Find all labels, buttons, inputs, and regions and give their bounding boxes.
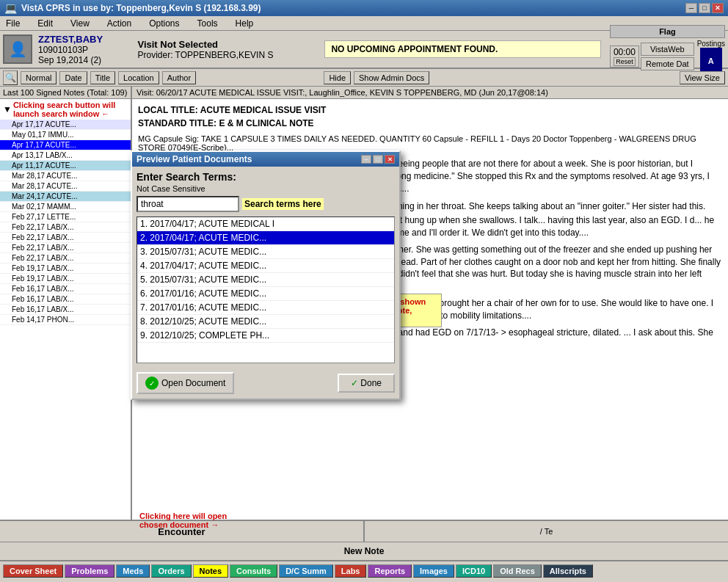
visteweb-button[interactable]: VistaWeb <box>641 43 694 56</box>
note-item[interactable]: Apr 17,17 ACUTE... <box>0 120 131 130</box>
note-standard-title: STANDARD TITLE: E & M CLINICAL NOTE <box>138 118 722 128</box>
note-local-title: LOCAL TITLE: ACUTE MEDICAL ISSUE VISIT <box>138 105 722 115</box>
result-item[interactable]: 8. 2012/10/25; ACUTE MEDIC... <box>137 315 394 329</box>
tab-dc-summ[interactable]: D/C Summ <box>279 564 333 578</box>
search-input[interactable] <box>136 196 239 212</box>
note-item[interactable]: Mar 28,17 ACUTE... <box>0 181 131 192</box>
encounter-label: Encounter <box>0 521 365 542</box>
note-item[interactable]: Feb 27,17 LETTE... <box>0 212 131 222</box>
patient-info: ZZTEST,BABY 109010103P Sep 19,2014 (2) <box>38 34 125 65</box>
result-item[interactable]: 6. 2017/01/16; ACUTE MEDIC... <box>137 287 394 301</box>
modal-title-bar: Preview Patient Documents ─ □ ✕ <box>132 152 399 167</box>
result-item[interactable]: 1. 2017/04/17; ACUTE MEDICAL I <box>137 217 394 231</box>
modal-close-button[interactable]: ✕ <box>385 155 395 164</box>
minimize-button[interactable]: ─ <box>685 3 697 13</box>
patient-header: 👤 ZZTEST,BABY 109010103P Sep 19,2014 (2)… <box>0 31 728 69</box>
open-document-button[interactable]: ✓ Open Document <box>136 372 234 394</box>
menu-options[interactable]: Options <box>146 17 182 30</box>
postings-label: Postings <box>697 40 725 48</box>
note-item[interactable]: Apr 11,17 ACUTE... <box>0 161 131 171</box>
tab-reports[interactable]: Reports <box>368 564 412 578</box>
note-item[interactable]: Feb 19,17 LAB/X... <box>0 274 131 284</box>
menu-action[interactable]: Action <box>104 17 134 30</box>
view-size-button[interactable]: View Size <box>680 71 725 84</box>
result-item[interactable]: 4. 2017/04/17; ACUTE MEDIC... <box>137 259 394 273</box>
patient-name: ZZTEST,BABY <box>38 34 125 45</box>
note-item[interactable]: Feb 22,17 LAB/X... <box>0 253 131 263</box>
tab-meds[interactable]: Meds <box>116 564 150 578</box>
maximize-button[interactable]: □ <box>699 3 710 13</box>
tab-consults[interactable]: Consults <box>230 564 277 578</box>
tab-bar: Cover Sheet Problems Meds Orders Notes C… <box>0 560 728 581</box>
tab-labs[interactable]: Labs <box>335 564 367 578</box>
annotation-search-launch: Clicking search button will launch searc… <box>13 101 128 118</box>
tab-cover-sheet[interactable]: Cover Sheet <box>3 564 63 578</box>
menu-view[interactable]: View <box>68 17 92 30</box>
note-item[interactable]: Feb 14,17 PHON... <box>0 315 131 325</box>
modal-maximize-button[interactable]: □ <box>373 155 383 164</box>
note-item[interactable]: Feb 19,17 LAB/X... <box>0 263 131 274</box>
modal-subtitle: Not Case Sensitive <box>136 184 395 193</box>
author-button[interactable]: Author <box>162 71 196 84</box>
visit-provider: Provider: TOPPENBERG,KEVIN S <box>137 50 313 60</box>
tab-problems[interactable]: Problems <box>65 564 114 578</box>
modal-body: Enter Search Terms: Not Case Sensitive S… <box>132 167 399 368</box>
note-item[interactable]: Mar 28,17 ACUTE... <box>0 171 131 181</box>
new-note-label[interactable]: New Note <box>344 546 385 556</box>
note-item[interactable]: Feb 16,17 LAB/X... <box>0 284 131 294</box>
menu-help[interactable]: Help <box>233 17 257 30</box>
normal-button[interactable]: Normal <box>21 71 57 84</box>
date-button[interactable]: Date <box>59 71 87 84</box>
note-item[interactable]: Mar 02,17 MAMM... <box>0 202 131 212</box>
location-button[interactable]: Location <box>118 71 159 84</box>
search-input-row: Search terms here <box>136 196 395 212</box>
tab-old-recs[interactable]: Old Recs <box>493 564 542 578</box>
te-label: / Te <box>365 521 728 542</box>
note-item[interactable]: Apr 13,17 LAB/X... <box>0 150 131 161</box>
close-button[interactable]: ✕ <box>712 3 724 13</box>
hide-button[interactable]: Hide <box>324 71 351 84</box>
menu-file[interactable]: File <box>3 17 23 30</box>
title-button[interactable]: Title <box>90 71 115 84</box>
reset-button[interactable]: Reset <box>614 57 636 66</box>
result-item[interactable]: 3. 2015/07/31; ACUTE MEDIC... <box>137 245 394 259</box>
notes-header: Last 100 Signed Notes (Total: 109) <box>0 87 131 99</box>
result-item[interactable]: 2. 2017/04/17; ACUTE MEDIC... <box>137 231 394 245</box>
menu-edit[interactable]: Edit <box>34 17 56 30</box>
note-item[interactable]: Feb 22,17 LAB/X... <box>0 222 131 233</box>
app-title: VistA CPRS in use by: Toppenberg,Kevin S… <box>21 3 261 13</box>
show-admin-button[interactable]: Show Admin Docs <box>354 71 429 84</box>
visit-info: Visit Not Selected Provider: TOPPENBERG,… <box>131 37 318 62</box>
modal-footer: ✓ Open Document ✓ Done <box>132 368 399 399</box>
search-modal: Preview Patient Documents ─ □ ✕ Enter Se… <box>131 150 401 400</box>
postings-box[interactable]: A <box>700 48 722 74</box>
note-item[interactable]: Mar 24,17 ACUTE... <box>0 192 131 202</box>
tab-notes[interactable]: Notes <box>193 564 229 578</box>
remote-data-button[interactable]: Remote Dat <box>641 57 694 70</box>
modal-minimize-button[interactable]: ─ <box>361 155 371 164</box>
note-item[interactable]: Feb 22,17 LAB/X... <box>0 243 131 253</box>
search-button[interactable]: 🔍 <box>3 70 18 85</box>
notes-tree[interactable]: ▼ Clicking search button will launch sea… <box>0 99 131 520</box>
note-item[interactable]: Apr 17,17 ACUTE... <box>0 140 131 150</box>
results-list[interactable]: 1. 2017/04/17; ACUTE MEDICAL I 2. 2017/0… <box>136 217 395 363</box>
tab-orders[interactable]: Orders <box>151 564 191 578</box>
header-controls: Flag 00:00 Reset VistaWeb Remote Dat Pos… <box>610 25 725 74</box>
done-button[interactable]: ✓ Done <box>338 374 395 393</box>
checkmark-icon: ✓ <box>145 377 159 390</box>
note-item[interactable]: Feb 16,17 LAB/X... <box>0 305 131 315</box>
tree-root-all-notes[interactable]: ▼ Clicking search button will launch sea… <box>0 99 131 120</box>
new-note-bar: New Note <box>0 542 728 560</box>
flag-button[interactable]: Flag <box>610 25 725 38</box>
tab-allscripts[interactable]: Allscripts <box>543 564 593 578</box>
tab-images[interactable]: Images <box>413 564 454 578</box>
result-item[interactable]: 5. 2015/07/31; ACUTE MEDIC... <box>137 273 394 287</box>
expand-icon: ▼ <box>3 104 12 114</box>
tab-icd10[interactable]: ICD10 <box>456 564 492 578</box>
note-item[interactable]: Feb 22,17 LAB/X... <box>0 233 131 243</box>
result-item[interactable]: 9. 2012/10/25; COMPLETE PH... <box>137 329 394 343</box>
menu-tools[interactable]: Tools <box>194 17 221 30</box>
result-item[interactable]: 7. 2017/01/16; ACUTE MEDIC... <box>137 301 394 315</box>
note-item[interactable]: May 01,17 IMMU... <box>0 130 131 140</box>
note-item[interactable]: Feb 16,17 LAB/X... <box>0 294 131 305</box>
